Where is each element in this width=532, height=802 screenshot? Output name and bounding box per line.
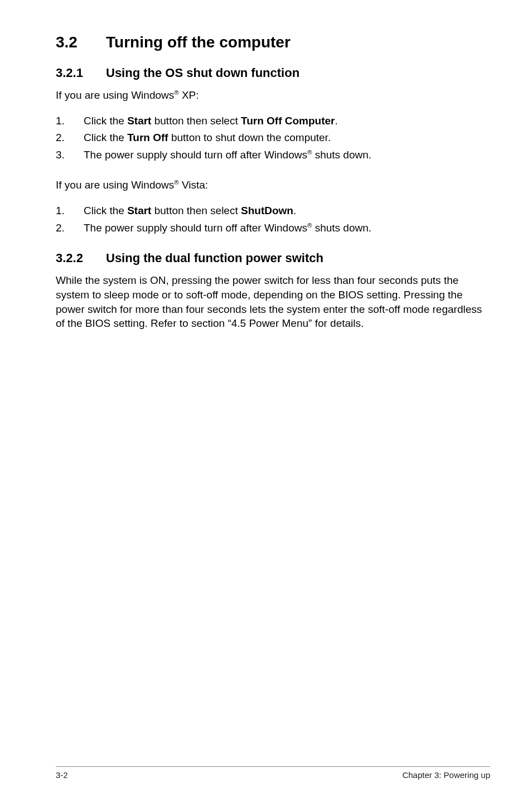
heading-number: 3.2 (56, 33, 106, 51)
page-heading: 3.2Turning off the computer (56, 33, 490, 51)
section2-body: While the system is ON, pressing the pow… (56, 273, 490, 331)
heading-title: Turning off the computer (106, 33, 291, 51)
subheading-title: Using the OS shut down function (106, 66, 299, 80)
step-number: 3. (56, 148, 84, 163)
step-number: 2. (56, 131, 84, 146)
step-text: The power supply should turn off after W… (84, 221, 490, 236)
list-item: 2. Click the Turn Off button to shut dow… (56, 131, 490, 146)
subheading-number: 3.2.2 (56, 251, 106, 265)
step-text: Click the Start button then select ShutD… (84, 204, 490, 219)
steps-xp: 1. Click the Start button then select Tu… (56, 114, 490, 163)
intro-vista-pre: If you are using Windows (56, 179, 174, 191)
page-footer: 3-2 Chapter 3: Powering up (56, 766, 490, 780)
list-item: 1. Click the Start button then select Sh… (56, 204, 490, 219)
footer-row: 3-2 Chapter 3: Powering up (56, 770, 490, 780)
subheading-321: 3.2.1Using the OS shut down function (56, 66, 490, 80)
steps-vista: 1. Click the Start button then select Sh… (56, 204, 490, 235)
page-number: 3-2 (56, 770, 68, 780)
step-number: 1. (56, 204, 84, 219)
step-number: 1. (56, 114, 84, 129)
subheading-title: Using the dual function power switch (106, 251, 323, 265)
intro-xp: If you are using Windows® XP: (56, 88, 490, 103)
list-item: 3. The power supply should turn off afte… (56, 148, 490, 163)
step-text: Click the Turn Off button to shut down t… (84, 131, 490, 146)
intro-xp-post: XP: (179, 89, 199, 101)
subheading-322: 3.2.2Using the dual function power switc… (56, 251, 490, 265)
list-item: 2. The power supply should turn off afte… (56, 221, 490, 236)
intro-xp-pre: If you are using Windows (56, 89, 174, 101)
step-number: 2. (56, 221, 84, 236)
registered-icon: ® (174, 179, 178, 186)
footer-rule (56, 766, 490, 767)
registered-icon: ® (174, 89, 178, 96)
step-text: Click the Start button then select Turn … (84, 114, 490, 129)
intro-vista: If you are using Windows® Vista: (56, 178, 490, 192)
step-text: The power supply should turn off after W… (84, 148, 490, 163)
subheading-number: 3.2.1 (56, 66, 106, 80)
list-item: 1. Click the Start button then select Tu… (56, 114, 490, 129)
chapter-label: Chapter 3: Powering up (402, 770, 490, 780)
intro-vista-post: Vista: (179, 179, 208, 191)
